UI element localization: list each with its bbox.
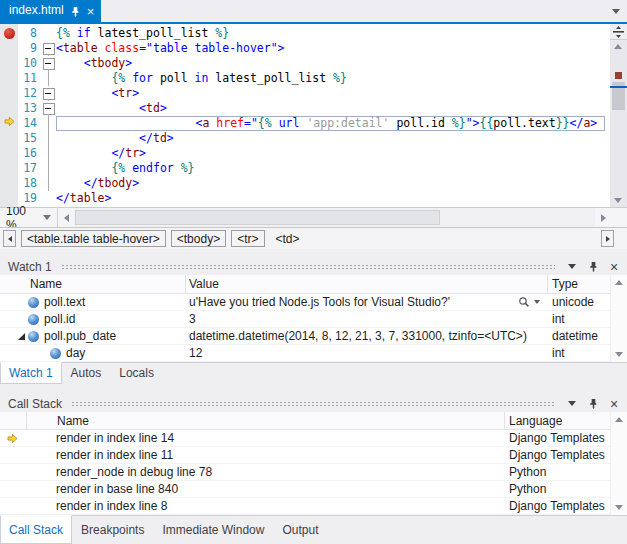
code-line[interactable]: 10 <tbody> (0, 56, 610, 71)
scrollbar-thumb[interactable] (75, 210, 440, 225)
tab-output[interactable]: Output (273, 516, 327, 544)
breakpoint-margin[interactable] (0, 56, 18, 71)
breakpoint-margin[interactable] (0, 146, 18, 161)
breakpoint-margin[interactable] (0, 71, 18, 86)
breakpoint-margin[interactable] (0, 41, 18, 56)
tab-watch-1[interactable]: Watch 1 (0, 362, 62, 384)
tab-immediate-window[interactable]: Immediate Window (153, 516, 273, 544)
scroll-up-icon[interactable] (614, 44, 622, 49)
breakpoint-icon[interactable] (4, 28, 15, 39)
code-line[interactable]: 11 {% for poll in latest_poll_list %} (0, 71, 610, 86)
vs-debug-window: index.html × 8{% if latest_poll_list %}9… (0, 0, 627, 544)
code-line[interactable]: 16 </tr> (0, 146, 610, 161)
callstack-scrollbar[interactable] (610, 412, 627, 515)
zoom-select[interactable]: 100 % (0, 208, 58, 227)
element-path-item[interactable]: <tbody> (171, 230, 226, 247)
callstack-title-bar[interactable]: Call Stack × (0, 395, 627, 412)
expander-spacer (16, 296, 28, 308)
breakpoint-margin[interactable] (0, 26, 18, 41)
scroll-up-icon[interactable] (615, 280, 623, 285)
code-line[interactable]: 17 {% endfor %} (0, 161, 610, 176)
code-editor[interactable]: 8{% if latest_poll_list %}9<table class=… (0, 24, 627, 207)
path-scroll-left-icon[interactable] (3, 230, 16, 247)
tab-autos[interactable]: Autos (62, 363, 111, 384)
fold-collapse-icon[interactable] (42, 56, 56, 71)
breakpoint-margin[interactable] (0, 161, 18, 176)
expander-open-icon[interactable] (16, 330, 28, 342)
fold-collapse-icon[interactable] (42, 86, 56, 101)
column-header-name[interactable]: Name (26, 412, 505, 429)
watch-scrollbar[interactable] (610, 275, 627, 362)
watch-row[interactable]: poll.textu'Have you tried Node.js Tools … (0, 294, 610, 311)
splitter-grip-icon[interactable] (610, 24, 627, 40)
chevron-down-icon (43, 215, 51, 220)
callstack-column-headers: Name Language (0, 412, 610, 430)
code-line[interactable]: 14 <a href="{% url 'app:detail' poll.id … (0, 116, 610, 131)
close-icon[interactable]: × (87, 5, 95, 18)
close-icon[interactable]: × (606, 396, 622, 411)
callstack-rows: render in index line 14Django Templatesr… (0, 430, 610, 515)
fold-collapse-icon[interactable] (42, 41, 56, 56)
editor-horizontal-scrollbar[interactable] (74, 208, 595, 227)
line-number: 18 (18, 176, 42, 191)
callstack-title: Call Stack (8, 397, 62, 411)
watch-title: Watch 1 (8, 260, 52, 274)
fold-collapse-icon[interactable] (42, 101, 56, 116)
chevron-down-icon[interactable] (534, 300, 540, 304)
watch-title-bar[interactable]: Watch 1 × (0, 258, 627, 275)
code-line[interactable]: 9<table class="table table-hover"> (0, 41, 610, 56)
pin-icon[interactable] (585, 259, 601, 274)
code-line[interactable]: 15 </td> (0, 131, 610, 146)
scroll-left-icon[interactable] (58, 208, 74, 227)
callstack-row[interactable]: render in index line 11Django Templates (0, 447, 610, 464)
callstack-row[interactable]: render_node in debug line 78Python (0, 464, 610, 481)
breakpoint-margin[interactable] (0, 131, 18, 146)
window-position-chevron-down-icon[interactable] (564, 396, 580, 411)
element-path-item[interactable]: <td> (270, 230, 306, 247)
watch-row[interactable]: day12int (0, 345, 610, 362)
panel-splitter[interactable] (0, 249, 627, 258)
code-line[interactable]: 19</table> (0, 191, 610, 206)
column-header-value[interactable]: Value (186, 275, 548, 293)
scroll-down-icon[interactable] (615, 505, 623, 510)
element-path-item[interactable]: <table.table table-hover> (21, 230, 166, 247)
close-icon[interactable]: × (606, 259, 622, 274)
tab-locals[interactable]: Locals (110, 363, 163, 384)
breakpoint-margin[interactable] (0, 86, 18, 101)
current-statement-arrow-icon (4, 116, 15, 131)
breakpoint-margin[interactable] (0, 101, 18, 116)
code-line[interactable]: 18 </tbody> (0, 176, 610, 191)
watch-row[interactable]: poll.pub_datedatetime.datetime(2014, 8, … (0, 328, 610, 345)
window-position-chevron-down-icon[interactable] (564, 259, 580, 274)
tab-call-stack[interactable]: Call Stack (0, 515, 72, 544)
code-line[interactable]: 13 <td> (0, 101, 610, 116)
path-scroll-right-icon[interactable] (601, 230, 614, 247)
callstack-row[interactable]: render in index line 14Django Templates (0, 430, 610, 447)
code-line[interactable]: 12 <tr> (0, 86, 610, 101)
fold-guide (42, 161, 56, 176)
magnifier-icon[interactable] (518, 296, 540, 308)
element-path-item[interactable]: <tr> (231, 230, 264, 247)
code-line[interactable]: 8{% if latest_poll_list %} (0, 26, 610, 41)
panel-splitter[interactable] (0, 384, 627, 395)
callstack-row[interactable]: render in index line 8Django Templates (0, 498, 610, 515)
scroll-down-icon[interactable] (614, 198, 622, 203)
current-statement-margin[interactable] (0, 116, 18, 131)
watch-type-cell: int (548, 346, 610, 360)
breakpoint-margin[interactable] (0, 191, 18, 206)
scroll-down-icon[interactable] (615, 352, 623, 357)
editor-vertical-scrollbar[interactable] (610, 24, 627, 207)
tab-list-chevron-down-icon[interactable] (612, 9, 620, 14)
column-header-name[interactable]: Name (0, 275, 186, 293)
tab-breakpoints[interactable]: Breakpoints (72, 516, 153, 544)
scroll-up-icon[interactable] (615, 417, 623, 422)
column-header-type[interactable]: Type (548, 275, 610, 293)
watch-row[interactable]: poll.id3int (0, 311, 610, 328)
column-header-language[interactable]: Language (505, 412, 610, 429)
callstack-row[interactable]: render in base line 840Python (0, 481, 610, 498)
pin-icon[interactable] (585, 396, 601, 411)
pin-icon[interactable] (71, 6, 80, 17)
breakpoint-margin[interactable] (0, 176, 18, 191)
document-tab-index-html[interactable]: index.html × (0, 0, 101, 22)
scroll-right-icon[interactable] (595, 208, 611, 227)
